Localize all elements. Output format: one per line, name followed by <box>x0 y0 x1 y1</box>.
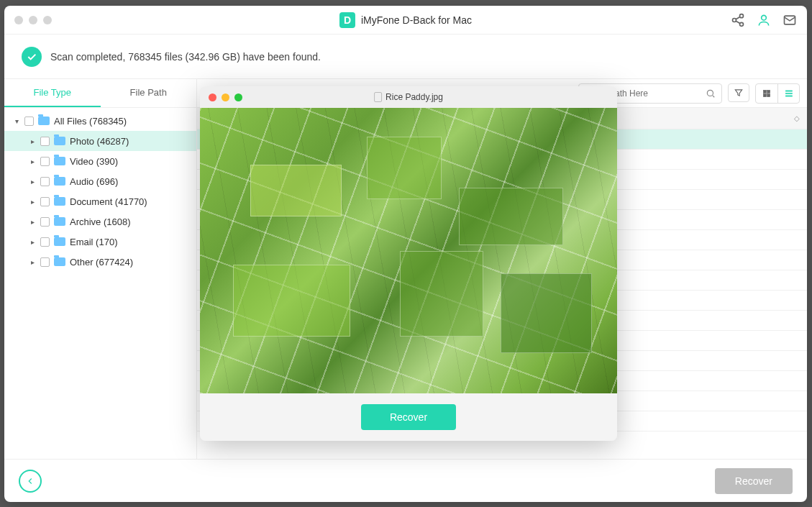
chevron-right-icon[interactable]: ▸ <box>29 218 36 226</box>
checkbox[interactable] <box>40 257 50 267</box>
tree-item[interactable]: ▸Other (677424) <box>4 252 196 272</box>
tab-file-path[interactable]: File Path <box>101 79 197 107</box>
check-icon <box>22 47 42 67</box>
svg-point-0 <box>740 14 744 17</box>
account-icon[interactable] <box>757 13 771 27</box>
svg-point-2 <box>740 22 744 26</box>
minimize-icon[interactable] <box>222 93 229 101</box>
checkbox[interactable] <box>40 157 50 166</box>
tree-item-label: Photo (46287) <box>70 136 129 147</box>
preview-titlebar: Rice Paddy.jpg <box>200 86 617 108</box>
svg-rect-7 <box>767 90 770 93</box>
chevron-right-icon[interactable]: ▸ <box>29 157 36 165</box>
checkbox[interactable] <box>40 137 50 146</box>
sidebar: File Type File Path ▾ All Files (768345)… <box>4 79 197 459</box>
checkbox[interactable] <box>40 177 50 186</box>
tree-item[interactable]: ▸Archive (1608) <box>4 211 196 232</box>
svg-rect-10 <box>785 90 792 91</box>
tree-root-label: All Files (768345) <box>54 116 127 127</box>
folder-icon <box>54 257 65 266</box>
chevron-right-icon[interactable]: ▸ <box>29 137 36 145</box>
back-button[interactable] <box>19 470 42 493</box>
svg-point-5 <box>707 90 713 96</box>
checkbox[interactable] <box>24 117 34 126</box>
chevron-right-icon[interactable]: ▸ <box>29 178 36 186</box>
tree-item[interactable]: ▸Audio (696) <box>4 171 196 191</box>
tree-item-label: Document (41770) <box>70 196 147 207</box>
file-tree: ▾ All Files (768345) ▸Photo (46287)▸Vide… <box>4 108 196 459</box>
chevron-right-icon[interactable]: ▸ <box>29 258 36 266</box>
view-toggle <box>755 83 800 104</box>
filter-button[interactable] <box>728 83 749 102</box>
zoom-dot[interactable] <box>43 16 52 24</box>
search-icon <box>706 88 716 99</box>
checkbox[interactable] <box>40 217 50 227</box>
tree-item-label: Audio (696) <box>70 176 118 187</box>
folder-icon <box>54 177 65 186</box>
tree-root[interactable]: ▾ All Files (768345) <box>4 111 196 131</box>
svg-rect-11 <box>785 93 792 93</box>
chevron-right-icon[interactable]: ▸ <box>29 198 36 206</box>
file-icon <box>374 92 382 102</box>
checkbox[interactable] <box>40 237 50 247</box>
preview-footer: Recover <box>200 393 617 441</box>
tree-item-label: Email (170) <box>70 237 117 247</box>
folder-icon <box>54 237 65 246</box>
folder-icon <box>54 157 65 165</box>
folder-icon <box>54 197 65 206</box>
svg-point-3 <box>762 15 767 20</box>
folder-icon <box>54 217 65 226</box>
svg-rect-9 <box>767 93 770 96</box>
sort-icon: ◇ <box>794 114 800 122</box>
zoom-icon[interactable] <box>234 93 242 101</box>
preview-recover-button[interactable]: Recover <box>361 404 456 430</box>
sidebar-tabs: File Type File Path <box>4 79 196 108</box>
footer: Recover <box>4 459 807 502</box>
tree-item-label: Other (677424) <box>70 257 133 268</box>
close-icon[interactable] <box>209 93 216 101</box>
app-title: D iMyFone D-Back for Mac <box>339 12 472 28</box>
preview-image <box>200 108 617 393</box>
tree-item-label: Archive (1608) <box>70 216 131 227</box>
tree-item[interactable]: ▸Photo (46287) <box>4 131 196 151</box>
app-logo-icon: D <box>339 12 355 28</box>
preview-window: Rice Paddy.jpg Recover <box>200 86 617 441</box>
share-icon[interactable] <box>731 13 745 27</box>
recover-button[interactable]: Recover <box>715 468 793 494</box>
grid-view-button[interactable] <box>756 84 777 103</box>
tree-item[interactable]: ▸Document (41770) <box>4 191 196 211</box>
tree-item[interactable]: ▸Video (390) <box>4 151 196 171</box>
checkbox[interactable] <box>40 197 50 206</box>
tab-file-type[interactable]: File Type <box>4 79 101 107</box>
chevron-right-icon[interactable]: ▸ <box>29 238 36 246</box>
titlebar: D iMyFone D-Back for Mac <box>4 6 807 35</box>
chevron-down-icon[interactable]: ▾ <box>13 117 20 125</box>
svg-rect-8 <box>763 93 766 96</box>
preview-filename: Rice Paddy.jpg <box>374 92 443 102</box>
svg-point-1 <box>733 18 736 22</box>
svg-rect-6 <box>763 90 766 93</box>
close-dot[interactable] <box>14 16 23 24</box>
traffic-lights <box>14 16 52 24</box>
app-title-text: iMyFone D-Back for Mac <box>361 14 472 26</box>
tree-item[interactable]: ▸Email (170) <box>4 232 196 252</box>
minimize-dot[interactable] <box>29 16 37 24</box>
folder-icon <box>54 137 65 145</box>
status-row: Scan completed, 768345 files (342.96 GB)… <box>4 35 807 79</box>
list-view-button[interactable] <box>777 84 799 103</box>
folder-icon <box>38 117 50 125</box>
svg-rect-12 <box>785 95 792 96</box>
mail-icon[interactable] <box>783 13 797 27</box>
tree-item-label: Video (390) <box>70 156 118 167</box>
status-text: Scan completed, 768345 files (342.96 GB)… <box>50 51 321 63</box>
